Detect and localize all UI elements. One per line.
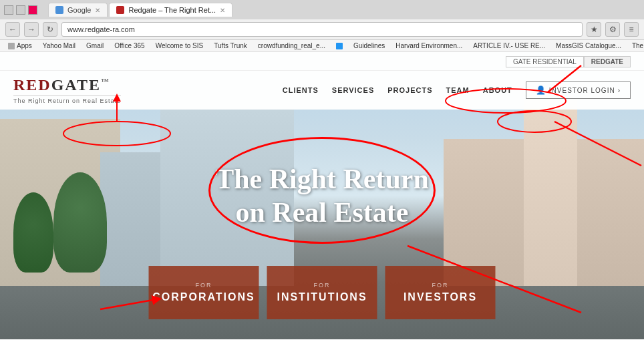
logo-gate: GATE bbox=[51, 76, 101, 94]
user-icon: 👤 bbox=[536, 85, 546, 95]
investor-login-label: INVESTOR LOGIN bbox=[549, 87, 615, 94]
bookmarks-bar: Apps Yahoo Mail Gmail Office 365 Welcome… bbox=[0, 40, 644, 52]
logo-subtitle: The Right Return on Real Estate bbox=[13, 96, 121, 104]
tab-redgate-label: Redgate – The Right Ret... bbox=[128, 6, 216, 14]
tab-google-label: Google bbox=[67, 6, 91, 14]
bookmark-article[interactable]: ARTICLE IV.- USE RE... bbox=[469, 41, 549, 50]
back-button[interactable]: ← bbox=[5, 22, 20, 37]
cta-institutions-label: INSTITUTIONS bbox=[277, 291, 367, 303]
nav-about[interactable]: ABOUT bbox=[483, 86, 512, 94]
tab-redgate[interactable]: Redgate – The Right Ret... ✕ bbox=[109, 3, 232, 17]
bookmark-mystery-label: The Mystery of the g... bbox=[632, 42, 644, 49]
site-wrapper: GATE RESIDENTIAL REDGATE REDGATE™ The Ri… bbox=[0, 52, 644, 339]
tree-1 bbox=[13, 192, 53, 273]
url-bar[interactable] bbox=[61, 22, 583, 37]
browser-chrome: Google ✕ Redgate – The Right Ret... ✕ ← … bbox=[0, 0, 644, 52]
investor-login-button[interactable]: 👤 INVESTOR LOGIN › bbox=[526, 81, 631, 99]
bookmark-gmail[interactable]: Gmail bbox=[82, 41, 108, 50]
main-header: REDGATE™ The Right Return on Real Estate… bbox=[0, 71, 644, 110]
bookmark-harvard-label: Harvard Environmen... bbox=[395, 42, 462, 49]
close-button[interactable] bbox=[28, 5, 37, 15]
logo: REDGATE™ bbox=[13, 76, 121, 94]
top-nav-gate-residential[interactable]: GATE RESIDENTIAL bbox=[506, 56, 584, 67]
nav-projects[interactable]: PROJECTS bbox=[387, 86, 432, 94]
cta-investors-for: FOR bbox=[432, 282, 449, 289]
settings-button[interactable]: ⚙ bbox=[605, 22, 620, 37]
bookmark-tufts[interactable]: Tufts Trunk bbox=[210, 41, 251, 50]
building-5 bbox=[524, 99, 577, 286]
tree-2 bbox=[53, 172, 107, 273]
tabs-bar: Google ✕ Redgate – The Right Ret... ✕ bbox=[44, 3, 236, 17]
window-controls bbox=[4, 5, 37, 15]
nav-bar: ← → ↻ ★ ⚙ ≡ bbox=[0, 19, 644, 40]
cta-corporations-label: CORPORATIONS bbox=[152, 291, 255, 303]
bookmark-mystery[interactable]: The Mystery of the g... bbox=[628, 41, 644, 50]
bookmark-apps-label: Apps bbox=[17, 42, 32, 49]
bookmark-wp[interactable] bbox=[332, 42, 347, 50]
redgate-favicon bbox=[116, 6, 124, 14]
main-nav: CLIENTS SERVICES PROJECTS TEAM ABOUT 👤 I… bbox=[283, 81, 631, 99]
top-nav: GATE RESIDENTIAL REDGATE bbox=[0, 52, 644, 71]
top-nav-redgate[interactable]: REDGATE bbox=[584, 56, 631, 67]
tab-google-close[interactable]: ✕ bbox=[95, 7, 100, 14]
bookmark-office[interactable]: Office 365 bbox=[110, 41, 148, 50]
logo-area: REDGATE™ The Right Return on Real Estate bbox=[13, 76, 121, 104]
cta-institutions-for: FOR bbox=[314, 282, 331, 289]
bookmark-button[interactable]: ★ bbox=[587, 22, 601, 37]
nav-clients[interactable]: CLIENTS bbox=[283, 86, 319, 94]
bookmark-tufts-label: Tufts Trunk bbox=[214, 42, 247, 49]
investor-arrow-icon: › bbox=[618, 87, 621, 94]
bookmark-harvard[interactable]: Harvard Environmen... bbox=[391, 41, 466, 50]
cta-corporations-for: FOR bbox=[196, 282, 212, 289]
menu-button[interactable]: ≡ bbox=[624, 22, 639, 37]
top-nav-items: GATE RESIDENTIAL REDGATE bbox=[506, 56, 631, 67]
hero-oval-annotation bbox=[208, 137, 436, 244]
tab-google[interactable]: Google ✕ bbox=[48, 3, 108, 17]
bookmark-guidelines[interactable]: Guidelines bbox=[349, 41, 389, 50]
bookmark-yahoo-label: Yahoo Mail bbox=[43, 42, 75, 49]
bookmark-guidelines-label: Guidelines bbox=[353, 42, 385, 49]
cta-corporations[interactable]: FOR CORPORATIONS bbox=[149, 266, 259, 319]
bookmark-crowdfunding[interactable]: crowdfunding_real_e... bbox=[254, 41, 329, 50]
bookmark-sis-label: Welcome to SIS bbox=[156, 42, 204, 49]
cta-cards: FOR CORPORATIONS FOR INSTITUTIONS FOR IN… bbox=[149, 266, 496, 319]
bookmark-massgis[interactable]: MassGIS Catalogue... bbox=[552, 41, 625, 50]
google-favicon bbox=[55, 6, 63, 14]
title-bar: Google ✕ Redgate – The Right Ret... ✕ bbox=[0, 0, 644, 19]
bookmark-sis[interactable]: Welcome to SIS bbox=[152, 41, 208, 50]
tab-redgate-close[interactable]: ✕ bbox=[220, 7, 225, 14]
bookmark-yahoo[interactable]: Yahoo Mail bbox=[39, 41, 79, 50]
nav-services[interactable]: SERVICES bbox=[332, 86, 374, 94]
minimize-button[interactable] bbox=[4, 5, 13, 15]
cta-investors[interactable]: FOR INVESTORS bbox=[385, 266, 496, 319]
bookmark-apps[interactable]: Apps bbox=[4, 41, 36, 50]
reload-button[interactable]: ↻ bbox=[43, 22, 57, 37]
nav-team[interactable]: TEAM bbox=[446, 86, 470, 94]
trademark-symbol: ™ bbox=[101, 77, 110, 86]
bookmark-crowdfunding-label: crowdfunding_real_e... bbox=[258, 42, 325, 49]
logo-red: RED bbox=[13, 76, 51, 94]
bookmark-office-label: Office 365 bbox=[114, 42, 144, 49]
site-header: GATE RESIDENTIAL REDGATE REDGATE™ The Ri… bbox=[0, 52, 644, 110]
bookmark-gmail-label: Gmail bbox=[86, 42, 104, 49]
forward-button[interactable]: → bbox=[24, 22, 39, 37]
wp-icon bbox=[336, 43, 343, 49]
cta-investors-label: INVESTORS bbox=[404, 291, 477, 303]
maximize-button[interactable] bbox=[16, 5, 25, 15]
cta-institutions[interactable]: FOR INSTITUTIONS bbox=[267, 266, 377, 319]
apps-icon bbox=[8, 43, 15, 49]
bookmark-article-label: ARTICLE IV.- USE RE... bbox=[473, 42, 545, 49]
bookmark-massgis-label: MassGIS Catalogue... bbox=[556, 42, 621, 49]
